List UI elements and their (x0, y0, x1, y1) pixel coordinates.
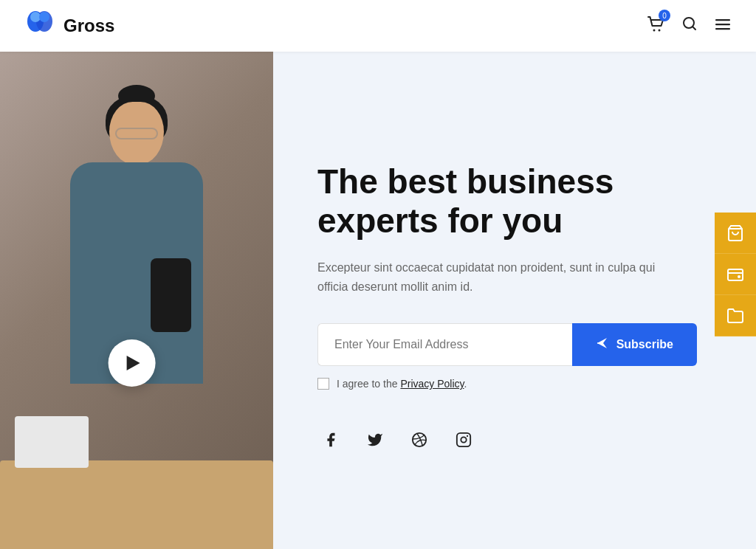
hero-heading: The best business experts for you (317, 162, 697, 241)
subscribe-form: Subscribe (317, 323, 697, 366)
email-input[interactable] (317, 323, 572, 366)
privacy-checkbox[interactable] (317, 378, 329, 390)
twitter-button[interactable] (362, 427, 388, 453)
svg-rect-9 (715, 28, 730, 30)
hero-image-panel (0, 52, 273, 549)
cart-badge: 0 (659, 10, 670, 21)
laptop-shape (15, 416, 89, 468)
sidebar-wallet-icon (726, 266, 744, 283)
logo-icon (24, 10, 56, 42)
svg-point-16 (738, 275, 740, 278)
svg-point-12 (461, 438, 466, 443)
face-shape (109, 102, 164, 165)
content-panel: The best business experts for you Except… (273, 52, 756, 549)
sidebar-wallet-button[interactable] (715, 254, 756, 295)
privacy-policy-link[interactable]: Privacy Policy (400, 378, 464, 390)
search-icon (681, 15, 698, 32)
svg-point-3 (39, 12, 49, 22)
logo-text: Gross (63, 15, 114, 36)
floating-sidebar (715, 213, 756, 336)
svg-rect-7 (715, 19, 730, 21)
subscribe-button[interactable]: Subscribe (572, 323, 697, 366)
desk-shape (0, 460, 273, 549)
play-icon (127, 356, 140, 370)
svg-point-4 (653, 30, 656, 32)
hero-image (0, 52, 273, 549)
sidebar-folder-icon (726, 307, 744, 325)
social-icons (317, 427, 697, 453)
main-content: The best business experts for you Except… (0, 0, 756, 549)
svg-point-2 (30, 12, 41, 22)
svg-rect-15 (728, 269, 743, 280)
svg-rect-11 (457, 433, 470, 446)
send-icon (596, 336, 609, 353)
header: Gross 0 (0, 0, 756, 52)
facebook-icon (323, 432, 339, 448)
header-actions: 0 (645, 14, 732, 38)
play-button[interactable] (109, 339, 156, 387)
dribbble-button[interactable] (406, 427, 433, 453)
twitter-icon (367, 432, 383, 448)
hero-subtext: Excepteur sint occaecat cupidatat non pr… (317, 258, 672, 297)
instagram-button[interactable] (450, 427, 477, 453)
sidebar-cart-button[interactable] (715, 213, 756, 254)
instagram-icon (456, 432, 472, 448)
sidebar-cart-icon (726, 224, 744, 242)
svg-rect-8 (715, 24, 730, 25)
dribbble-icon (411, 432, 427, 448)
logo[interactable]: Gross (24, 10, 114, 42)
search-button[interactable] (681, 15, 698, 37)
menu-button[interactable] (713, 14, 732, 38)
privacy-text: I agree to the Privacy Policy. (337, 378, 467, 390)
hamburger-icon (713, 14, 732, 33)
svg-point-13 (467, 435, 468, 437)
privacy-check-row: I agree to the Privacy Policy. (317, 378, 697, 390)
cart-button[interactable]: 0 (645, 14, 666, 38)
phone-shape (151, 258, 191, 332)
sidebar-folder-button[interactable] (715, 295, 756, 336)
facebook-button[interactable] (317, 427, 344, 453)
svg-point-5 (659, 30, 661, 32)
